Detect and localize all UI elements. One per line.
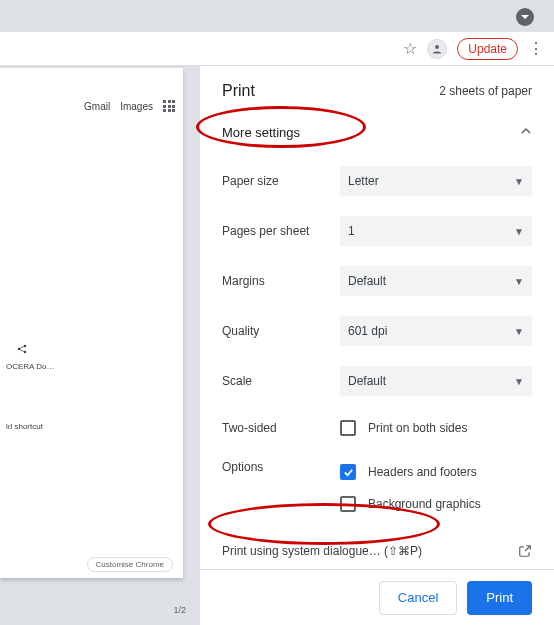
- cancel-button[interactable]: Cancel: [379, 581, 457, 615]
- pages-per-sheet-select[interactable]: 1 ▼: [340, 216, 532, 246]
- svg-point-0: [435, 45, 439, 49]
- open-external-icon: [518, 544, 532, 558]
- system-dialog-label: Print using system dialogue… (⇧⌘P): [222, 544, 422, 558]
- two-sided-checkbox[interactable]: [340, 420, 356, 436]
- scale-select[interactable]: Default ▼: [340, 366, 532, 396]
- row-quality: Quality 601 dpi ▼: [222, 306, 532, 356]
- share-icon: [16, 343, 28, 357]
- paper-size-select[interactable]: Letter ▼: [340, 166, 532, 196]
- quality-label: Quality: [222, 324, 332, 338]
- quality-select[interactable]: 601 dpi ▼: [340, 316, 532, 346]
- panel-title: Print: [222, 82, 255, 100]
- headers-footers-option: Headers and footers: [340, 460, 532, 484]
- margins-label: Margins: [222, 274, 332, 288]
- update-button[interactable]: Update: [457, 38, 518, 60]
- margins-value: Default: [348, 274, 386, 288]
- chevron-down-icon: ▼: [514, 326, 524, 337]
- more-settings-label: More settings: [222, 125, 300, 140]
- row-paper-size: Paper size Letter ▼: [222, 156, 532, 206]
- panel-footer: Cancel Print: [200, 569, 554, 625]
- row-pages-per-sheet: Pages per sheet 1 ▼: [222, 206, 532, 256]
- print-preview-column: Gmail Images OCERA Do… ld shortcut Custo…: [0, 66, 200, 625]
- print-settings-panel: Print 2 sheets of paper More settings Pa…: [200, 66, 554, 625]
- options-label: Options: [222, 460, 332, 474]
- print-preview-page: Gmail Images OCERA Do… ld shortcut Custo…: [0, 68, 183, 578]
- menu-kebab-icon[interactable]: ⋮: [528, 39, 544, 58]
- chevron-down-icon: ▼: [514, 226, 524, 237]
- chevron-up-icon: [520, 124, 532, 140]
- scale-label: Scale: [222, 374, 332, 388]
- apps-grid-icon: [163, 100, 175, 112]
- print-button[interactable]: Print: [467, 581, 532, 615]
- content-area: Gmail Images OCERA Do… ld shortcut Custo…: [0, 66, 554, 625]
- chevron-down-icon: ▼: [514, 276, 524, 287]
- expand-icon[interactable]: [516, 8, 534, 26]
- preview-header-links: Gmail Images: [84, 100, 175, 112]
- preview-link-images: Images: [120, 101, 153, 112]
- bookmark-star-icon[interactable]: ☆: [403, 39, 417, 58]
- row-options: Options Headers and footers Background g…: [222, 450, 532, 526]
- row-two-sided: Two-sided Print on both sides: [222, 406, 532, 450]
- headers-footers-label: Headers and footers: [368, 465, 477, 479]
- two-sided-label: Two-sided: [222, 421, 332, 435]
- pages-per-sheet-label: Pages per sheet: [222, 224, 332, 238]
- two-sided-option: Print on both sides: [340, 416, 467, 440]
- background-graphics-label: Background graphics: [368, 497, 481, 511]
- margins-select[interactable]: Default ▼: [340, 266, 532, 296]
- preview-tile-label-1: OCERA Do…: [6, 362, 54, 371]
- svg-point-2: [24, 345, 27, 348]
- customise-chrome-button: Customise Chrome: [87, 557, 173, 572]
- background-graphics-option: Background graphics: [340, 492, 532, 516]
- chevron-down-icon: ▼: [514, 376, 524, 387]
- paper-size-value: Letter: [348, 174, 379, 188]
- page-counter: 1/2: [173, 605, 186, 615]
- scale-value: Default: [348, 374, 386, 388]
- window: ☆ Update ⋮ Gmail Images OCERA Do… ld: [0, 0, 554, 625]
- preview-tile-label-2: ld shortcut: [6, 422, 43, 431]
- quality-value: 601 dpi: [348, 324, 387, 338]
- row-margins: Margins Default ▼: [222, 256, 532, 306]
- more-settings-toggle[interactable]: More settings: [222, 114, 532, 156]
- sheet-count: 2 sheets of paper: [439, 84, 532, 98]
- headers-footers-checkbox[interactable]: [340, 464, 356, 480]
- two-sided-checkbox-label: Print on both sides: [368, 421, 467, 435]
- panel-header: Print 2 sheets of paper: [222, 82, 532, 100]
- svg-point-3: [24, 351, 27, 354]
- browser-toolbar: ☆ Update ⋮: [0, 32, 554, 66]
- row-scale: Scale Default ▼: [222, 356, 532, 406]
- background-graphics-checkbox[interactable]: [340, 496, 356, 512]
- preview-link-gmail: Gmail: [84, 101, 110, 112]
- paper-size-label: Paper size: [222, 174, 332, 188]
- profile-avatar[interactable]: [427, 39, 447, 59]
- pages-per-sheet-value: 1: [348, 224, 355, 238]
- chevron-down-icon: ▼: [514, 176, 524, 187]
